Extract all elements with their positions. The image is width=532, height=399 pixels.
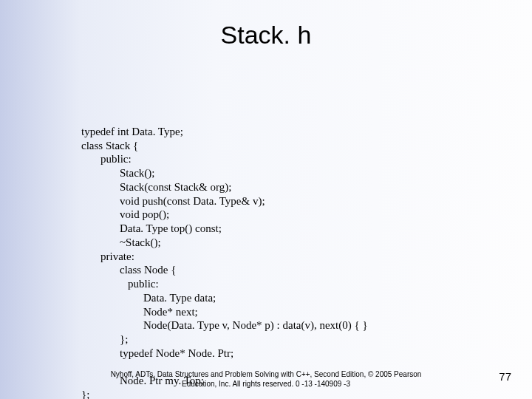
code-line: }; bbox=[81, 333, 128, 345]
page-number: 77 bbox=[499, 370, 511, 383]
code-line: Node(Data. Type v, Node* p) : data(v), n… bbox=[81, 319, 368, 331]
code-line: typedef Node* Node. Ptr; bbox=[81, 347, 233, 359]
code-line: Node* next; bbox=[81, 306, 198, 318]
slide: Stack. h typedef int Data. Type; class S… bbox=[0, 0, 532, 399]
code-line: public: bbox=[81, 278, 159, 290]
code-line: ~Stack(); bbox=[81, 236, 161, 248]
code-line: Data. Type data; bbox=[81, 292, 216, 304]
code-line: void pop(); bbox=[81, 208, 169, 220]
code-line: Data. Type top() const; bbox=[81, 222, 222, 234]
code-line: private: bbox=[81, 250, 134, 262]
code-block: typedef int Data. Type; class Stack { pu… bbox=[81, 111, 368, 399]
code-line: class Node { bbox=[81, 264, 176, 276]
code-line: class Stack { bbox=[81, 140, 138, 151]
footer-line: Education, Inc. All rights reserved. 0 -… bbox=[89, 380, 443, 389]
code-line: typedef int Data. Type; bbox=[81, 126, 183, 137]
footer-citation: Nyhoff, ADTs, Data Structures and Proble… bbox=[0, 370, 532, 389]
code-line: }; bbox=[81, 389, 89, 399]
code-line: Stack(); bbox=[81, 167, 154, 179]
code-line: void push(const Data. Type& v); bbox=[81, 195, 265, 207]
slide-title: Stack. h bbox=[0, 0, 532, 50]
footer-line: Nyhoff, ADTs, Data Structures and Proble… bbox=[89, 370, 443, 380]
code-line: public: bbox=[81, 153, 132, 165]
code-line: Stack(const Stack& org); bbox=[81, 181, 231, 193]
